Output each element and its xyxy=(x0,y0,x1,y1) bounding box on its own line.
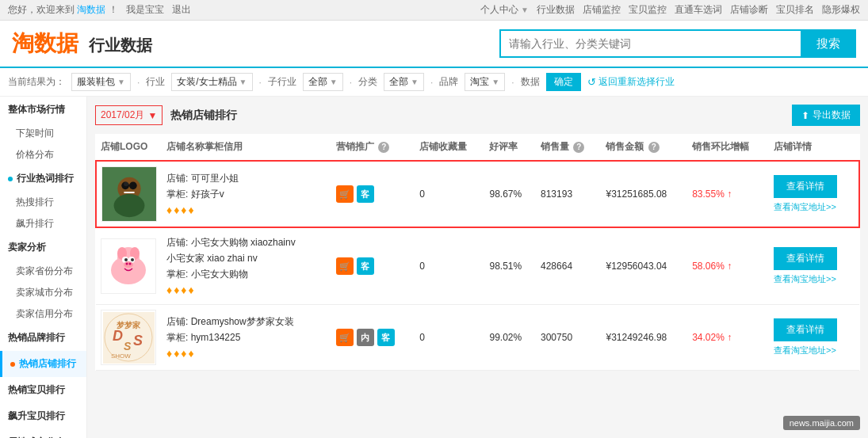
sidebar-item-attr-dist[interactable]: 属性成交分布 xyxy=(0,429,86,438)
cell-promo-2: 🛒 客 xyxy=(331,227,415,305)
cell-logo-2 xyxy=(96,227,162,305)
cell-growth-2: 58.06% ↑ xyxy=(687,227,769,305)
sidebar-item-seller-city[interactable]: 卖家城市分布 xyxy=(0,282,86,303)
svg-point-13 xyxy=(124,258,128,261)
data-table: 店铺LOGO 店铺名称掌柜信用 营销推广 ? 店铺收藏量 好评率 销售量 ? 销… xyxy=(95,134,860,371)
export-button[interactable]: ⬆ 导出数据 xyxy=(792,105,860,126)
filter-sep1: · xyxy=(137,77,140,88)
search-input[interactable] xyxy=(499,29,801,58)
filter-confirm-button[interactable]: 确定 xyxy=(546,73,581,91)
promo-help-icon[interactable]: ? xyxy=(378,142,389,153)
nav-product-monitor[interactable]: 宝贝监控 xyxy=(629,3,667,17)
promo-icon-cart-1: 🛒 xyxy=(336,185,354,203)
nav-product-rank[interactable]: 宝贝排名 xyxy=(776,3,814,17)
sales-help-icon[interactable]: ? xyxy=(573,142,584,153)
sidebar: 整体市场行情 下架时间 价格分布 行业热词排行 热搜排行 飙升排行 卖家分析 卖… xyxy=(0,97,87,438)
sidebar-item-shop-rank[interactable]: 热销店铺排行 xyxy=(0,351,86,377)
filter-reset-button[interactable]: ↺ 返回重新选择行业 xyxy=(587,75,675,89)
col-sales: 销售量 ? xyxy=(536,134,601,161)
cell-amount-1: ¥31251685.08 xyxy=(601,161,687,227)
promo-icon-cart-2: 🛒 xyxy=(336,257,354,275)
star-row-3: ♦ ♦ ♦ ♦ xyxy=(166,347,327,360)
svg-rect-5 xyxy=(124,192,135,193)
logo: 淘数据 行业数据 xyxy=(12,29,152,59)
nav-shop-diagnose[interactable]: 店铺诊断 xyxy=(730,3,768,17)
svg-text:S: S xyxy=(133,333,143,348)
sidebar-item-seller-province[interactable]: 卖家省份分布 xyxy=(0,261,86,282)
promo-icon-cart-3: 🛒 xyxy=(336,329,354,346)
logo-brand: 淘数据 xyxy=(12,29,78,59)
logout-btn[interactable]: 退出 xyxy=(172,4,191,15)
cell-rating-1: 98.67% xyxy=(484,161,536,227)
star-2-1: ♦ xyxy=(166,284,172,296)
shop-info-3: 店铺: Dreamyshow梦梦家女装 掌柜: hym134225 ♦ ♦ ♦ … xyxy=(166,312,327,363)
main-layout: 整体市场行情 下架时间 价格分布 行业热词排行 热搜排行 飙升排行 卖家分析 卖… xyxy=(0,97,868,438)
cell-favorites-1: 0 xyxy=(415,161,484,227)
star-3-4: ♦ xyxy=(188,347,193,360)
sidebar-item-seller-credit[interactable]: 卖家信用分布 xyxy=(0,303,86,325)
date-select[interactable]: 2017/02月 ▼ xyxy=(95,105,163,125)
detail-button-3[interactable]: 查看详情 xyxy=(774,318,837,341)
nav-hidden-power[interactable]: 隐形爆权 xyxy=(822,3,860,17)
watermark: news.maijia.com xyxy=(783,416,860,430)
nav-industry[interactable]: 行业数据 xyxy=(537,3,575,17)
table-row: 店铺: 小宅女大购物 xiaozhainv 小宅女家 xiao zhai nv … xyxy=(96,227,859,305)
cell-logo-1 xyxy=(96,161,162,227)
svg-point-4 xyxy=(129,181,137,189)
logo-section: 行业数据 xyxy=(89,35,152,56)
search-button[interactable]: 搜索 xyxy=(801,29,856,58)
shop-name-3: 店铺: Dreamyshow梦梦家女装 xyxy=(166,315,327,329)
nav-car-select[interactable]: 直通车选词 xyxy=(675,3,722,17)
col-detail: 店铺详情 xyxy=(769,134,859,161)
filter-sub-select[interactable]: 全部 ▼ xyxy=(303,73,343,91)
shop-owner-2: 掌柜: 小宅女大购物 xyxy=(166,268,327,281)
sidebar-item-market[interactable]: 整体市场行情 xyxy=(0,97,86,123)
table-row: 梦梦家 D S S SHOW 店铺: Dreamyshow梦梦家女装 xyxy=(96,305,859,371)
svg-point-6 xyxy=(124,181,128,186)
greeting-text2: ！ xyxy=(109,4,118,15)
star-2-3: ♦ xyxy=(181,284,186,296)
sidebar-item-seller[interactable]: 卖家分析 xyxy=(0,234,86,261)
nav-shop-monitor[interactable]: 店铺监控 xyxy=(583,3,621,17)
growth-arrow-3: ↑ xyxy=(727,332,732,343)
sidebar-item-rising[interactable]: 飙升排行 xyxy=(0,213,86,234)
nav-personal[interactable]: 个人中心 ▼ xyxy=(480,3,529,17)
filter-brand-select[interactable]: 淘宝 ▼ xyxy=(465,73,505,91)
detail-link-3[interactable]: 查看淘宝地址>> xyxy=(774,345,836,355)
amount-help-icon[interactable]: ? xyxy=(648,142,660,153)
sidebar-item-rising-product[interactable]: 飙升宝贝排行 xyxy=(0,403,86,429)
pig-logo-svg xyxy=(105,242,152,290)
shop-logo-3: 梦梦家 D S S SHOW xyxy=(101,310,156,365)
sidebar-item-hotkw[interactable]: 行业热词排行 xyxy=(0,166,86,192)
top-navigation: 您好，欢迎来到 淘数据 ！ 我是宝宝 退出 个人中心 ▼ 行业数据 店铺监控 宝… xyxy=(0,0,868,21)
filter-industry-label: 行业 xyxy=(146,75,165,89)
user-label[interactable]: 我是宝宝 xyxy=(126,4,164,15)
detail-button-2[interactable]: 查看详情 xyxy=(774,247,837,270)
greeting-text: 您好，欢迎来到 xyxy=(8,4,75,15)
col-amount: 销售金额 ? xyxy=(601,134,687,161)
brand-link[interactable]: 淘数据 xyxy=(77,4,105,15)
dreamy-logo-svg: 梦梦家 D S S SHOW xyxy=(103,312,155,364)
sidebar-item-delist[interactable]: 下架时间 xyxy=(0,123,86,144)
sidebar-item-hotsearch[interactable]: 热搜排行 xyxy=(0,192,86,213)
detail-button-1[interactable]: 查看详情 xyxy=(774,175,837,198)
detail-link-1[interactable]: 查看淘宝地址>> xyxy=(774,202,836,211)
col-shopname: 店铺名称掌柜信用 xyxy=(162,134,331,161)
promo-icon-inner-3: 内 xyxy=(357,329,374,346)
star-row-1: ♦ ♦ ♦ ♦ xyxy=(166,204,327,216)
table-row: 店铺: 可可里小姐 掌柜: 好孩子v ♦ ♦ ♦ ♦ 🛒 xyxy=(96,161,859,227)
shop-logo-2 xyxy=(101,238,156,294)
top-nav-right: 个人中心 ▼ 行业数据 店铺监控 宝贝监控 直通车选词 店铺诊断 宝贝排名 隐形… xyxy=(480,3,860,17)
cell-sales-1: 813193 xyxy=(536,161,601,227)
filter-category2-select[interactable]: 全部 ▼ xyxy=(384,73,424,91)
filter-category-select[interactable]: 女装/女士精品 ▼ xyxy=(171,73,252,91)
sidebar-item-product-rank[interactable]: 热销宝贝排行 xyxy=(0,377,86,403)
date-arrow-icon: ▼ xyxy=(147,110,157,121)
detail-link-2[interactable]: 查看淘宝地址>> xyxy=(774,274,836,284)
filter-industry-select[interactable]: 服装鞋包 ▼ xyxy=(71,73,131,91)
sidebar-item-brand-rank[interactable]: 热销品牌排行 xyxy=(0,325,86,351)
growth-arrow-2: ↑ xyxy=(727,261,732,272)
filter-sep4: · xyxy=(430,77,433,88)
cell-favorites-3: 0 xyxy=(415,305,484,371)
sidebar-item-price[interactable]: 价格分布 xyxy=(0,144,86,166)
